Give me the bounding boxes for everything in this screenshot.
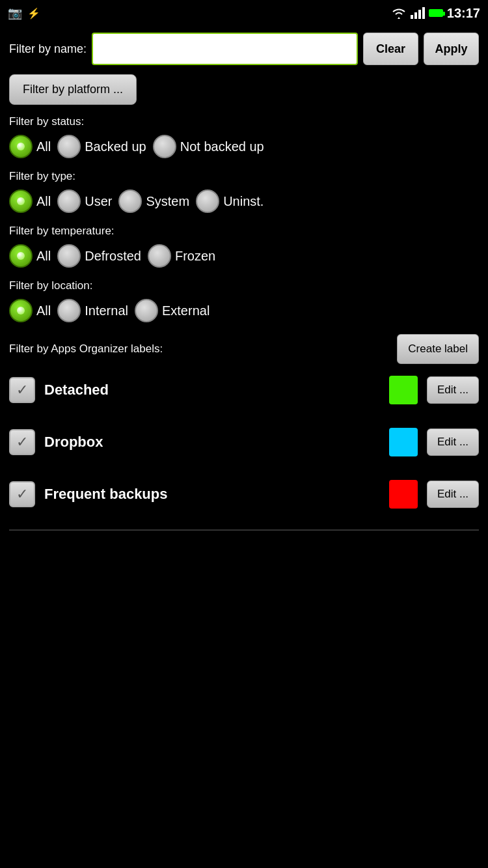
checkbox-dropbox[interactable]: ✓ xyxy=(9,429,35,455)
organizer-section-label: Filter by Apps Organizer labels: xyxy=(9,343,163,356)
label-name-frequent-backups: Frequent backups xyxy=(44,486,380,503)
wifi-icon xyxy=(391,7,407,20)
radio-btn-loc-external[interactable] xyxy=(135,299,158,322)
radio-label-type-system: System xyxy=(146,194,189,209)
radio-label-temp-defrosted: Defrosted xyxy=(85,249,141,264)
radio-btn-temp-all[interactable] xyxy=(9,244,33,268)
radio-label-loc-external: External xyxy=(162,303,210,318)
radio-btn-temp-frozen[interactable] xyxy=(148,244,171,268)
filter-location-label: Filter by location: xyxy=(9,279,479,292)
radio-btn-status-backed-up[interactable] xyxy=(57,135,81,158)
status-left-icons: 📷 ⚡ xyxy=(8,6,40,20)
radio-label-type-user: User xyxy=(85,194,112,209)
radio-btn-loc-all[interactable] xyxy=(9,299,33,322)
usb-icon: ⚡ xyxy=(27,7,40,20)
filter-name-input[interactable] xyxy=(92,33,358,65)
label-color-detached xyxy=(389,376,418,404)
edit-button-dropbox[interactable]: Edit ... xyxy=(427,428,479,456)
label-color-dropbox xyxy=(389,428,418,456)
label-color-frequent-backups xyxy=(389,480,418,509)
radio-type-user[interactable]: User xyxy=(57,189,112,213)
filter-temperature-group: All Defrosted Frozen xyxy=(9,244,479,268)
signal-icon xyxy=(411,7,425,19)
camera-icon: 📷 xyxy=(8,6,22,20)
bottom-divider xyxy=(9,529,479,531)
apply-button[interactable]: Apply xyxy=(424,33,479,65)
filter-type-group: All User System Uninst. xyxy=(9,189,479,213)
svg-rect-0 xyxy=(411,15,413,19)
filter-status-label: Filter by status: xyxy=(9,115,479,128)
radio-btn-type-user[interactable] xyxy=(57,189,81,213)
filter-platform-button[interactable]: Filter by platform ... xyxy=(9,74,137,105)
radio-btn-type-all[interactable] xyxy=(9,189,33,213)
radio-loc-all[interactable]: All xyxy=(9,299,51,322)
radio-btn-type-uninst[interactable] xyxy=(196,189,219,213)
create-label-button[interactable]: Create label xyxy=(397,334,479,364)
radio-label-status-not-backed-up: Not backed up xyxy=(180,139,264,154)
radio-btn-loc-internal[interactable] xyxy=(57,299,81,322)
checkbox-frequent-backups[interactable]: ✓ xyxy=(9,481,35,507)
radio-label-loc-internal: Internal xyxy=(85,303,128,318)
filter-type-label: Filter by type: xyxy=(9,170,479,183)
filter-location-group: All Internal External xyxy=(9,299,479,322)
radio-btn-temp-defrosted[interactable] xyxy=(57,244,81,268)
radio-label-status-backed-up: Backed up xyxy=(85,139,146,154)
radio-btn-type-system[interactable] xyxy=(118,189,142,213)
radio-label-type-uninst: Uninst. xyxy=(223,194,264,209)
radio-label-temp-frozen: Frozen xyxy=(175,249,215,264)
radio-btn-status-all[interactable] xyxy=(9,135,33,158)
radio-temp-all[interactable]: All xyxy=(9,244,51,268)
radio-temp-defrosted[interactable]: Defrosted xyxy=(57,244,141,268)
clear-button[interactable]: Clear xyxy=(363,33,418,65)
radio-loc-internal[interactable]: Internal xyxy=(57,299,128,322)
filter-status-group: All Backed up Not backed up xyxy=(9,135,479,158)
filter-name-row: Filter by name: Clear Apply xyxy=(9,33,479,65)
radio-label-type-all: All xyxy=(36,194,51,209)
list-item-frequent-backups: ✓ Frequent backups Edit ... xyxy=(9,477,479,511)
svg-rect-3 xyxy=(422,7,425,19)
edit-button-detached[interactable]: Edit ... xyxy=(427,376,479,404)
label-name-detached: Detached xyxy=(44,382,380,399)
checkbox-detached[interactable]: ✓ xyxy=(9,377,35,403)
radio-temp-frozen[interactable]: Frozen xyxy=(148,244,215,268)
radio-type-system[interactable]: System xyxy=(118,189,189,213)
svg-rect-1 xyxy=(414,12,417,19)
radio-type-all[interactable]: All xyxy=(9,189,51,213)
battery-icon xyxy=(429,9,443,17)
radio-label-loc-all: All xyxy=(36,303,51,318)
label-name-dropbox: Dropbox xyxy=(44,434,380,451)
edit-button-frequent-backups[interactable]: Edit ... xyxy=(427,481,479,508)
filter-temperature-label: Filter by temperature: xyxy=(9,225,479,238)
radio-status-not-backed-up[interactable]: Not backed up xyxy=(153,135,264,158)
radio-loc-external[interactable]: External xyxy=(135,299,210,322)
status-bar: 📷 ⚡ 13:17 xyxy=(0,0,488,26)
filter-name-label: Filter by name: xyxy=(9,42,87,56)
clock: 13:17 xyxy=(447,6,480,21)
radio-label-temp-all: All xyxy=(36,249,51,264)
radio-label-status-all: All xyxy=(36,139,51,154)
list-item-dropbox: ✓ Dropbox Edit ... xyxy=(9,425,479,459)
status-right-icons: 13:17 xyxy=(391,6,480,21)
radio-type-uninst[interactable]: Uninst. xyxy=(196,189,264,213)
organizer-row: Filter by Apps Organizer labels: Create … xyxy=(9,334,479,364)
list-item-detached: ✓ Detached Edit ... xyxy=(9,373,479,407)
radio-status-backed-up[interactable]: Backed up xyxy=(57,135,146,158)
radio-status-all[interactable]: All xyxy=(9,135,51,158)
radio-btn-status-not-backed-up[interactable] xyxy=(153,135,176,158)
svg-rect-2 xyxy=(418,10,421,19)
main-content: Filter by name: Clear Apply Filter by pl… xyxy=(0,26,488,537)
